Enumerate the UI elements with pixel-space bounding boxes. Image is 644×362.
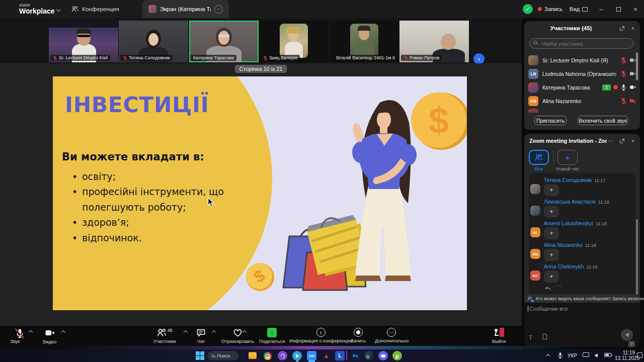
- video-tile-dmytro[interactable]: Sr. Lecturer Dmytro Kisil: [49, 21, 118, 62]
- tab-screen-share[interactable]: Экран (Катерина Тарасова) ⋯: [142, 0, 229, 18]
- avatar: AL: [530, 227, 540, 237]
- recording-indicator[interactable]: Запись: [538, 6, 562, 12]
- participants-count: 45: [168, 328, 173, 333]
- chat-input-area[interactable]: Сообщение все T 7: [524, 303, 640, 347]
- tab-more-icon[interactable]: ⋯: [214, 5, 223, 14]
- participant-row[interactable]: LN Liudmula Nahorna (Организатор): [528, 67, 636, 80]
- audio-button[interactable]: Звук: [10, 328, 20, 344]
- participant-name: Роман Петров: [410, 55, 439, 60]
- close-icon[interactable]: ×: [629, 137, 637, 145]
- chat-button[interactable]: Чат: [196, 328, 206, 344]
- tray-volume-icon[interactable]: [594, 353, 598, 357]
- chat-more-icon[interactable]: ⋯: [607, 137, 615, 145]
- close-button[interactable]: ×: [627, 0, 644, 18]
- chat-privacy-notice: Кто может видеть ваши сообщения? Запись …: [524, 295, 640, 303]
- participants-panel: Участники (45) × Sr. Lecturer Dmytro Kis…: [524, 21, 640, 130]
- invite-button[interactable]: Пригласить: [534, 116, 567, 125]
- chevron-down-icon[interactable]: [56, 8, 60, 12]
- video-options-chevron[interactable]: [61, 330, 65, 334]
- react-label: Отреагировать: [221, 339, 254, 344]
- participant-row[interactable]: AN Alina Nazarenko: [528, 94, 636, 108]
- message-input-placeholder[interactable]: Сообщение все: [528, 306, 568, 312]
- file-explorer-icon[interactable]: [248, 351, 257, 360]
- l-app-icon[interactable]: L: [335, 351, 345, 360]
- titlebar: zoom Workplace Конференция Экран (Катери…: [0, 0, 644, 18]
- chat-options-chevron[interactable]: [212, 330, 216, 334]
- participant-row[interactable]: Sr. Lecturer Dmytro Kisil (Я): [528, 53, 636, 67]
- notification-center-icon[interactable]: [637, 352, 642, 358]
- camera-off-icon: [629, 98, 636, 104]
- record-dot-icon: [538, 7, 542, 11]
- telegram-icon[interactable]: [292, 351, 302, 360]
- participants-button[interactable]: 45 Участники: [153, 328, 176, 344]
- pop-out-icon[interactable]: [618, 137, 626, 145]
- clock[interactable]: 11:19 13.11.2025: [615, 350, 635, 361]
- more-label: Дополнительно: [375, 338, 409, 343]
- new-chat-button[interactable]: +: [557, 150, 578, 165]
- security-shield-icon[interactable]: ✓: [523, 4, 533, 14]
- start-button[interactable]: [195, 351, 205, 360]
- minimize-button[interactable]: –: [593, 0, 610, 18]
- avatar: [148, 5, 156, 13]
- viber-icon[interactable]: [278, 351, 287, 360]
- chat-title: Zoom meeting invitation - Zoom Meet…: [524, 138, 607, 144]
- maximize-button[interactable]: [610, 0, 627, 18]
- tab-conference[interactable]: Конференция: [65, 0, 125, 18]
- tray-mic-icon[interactable]: [557, 352, 564, 358]
- meeting-info-button[interactable]: i Информация о конференции: [289, 328, 353, 343]
- more-button[interactable]: ⋯ Дополнительно: [375, 328, 409, 343]
- participants-scrollbar[interactable]: [636, 52, 638, 80]
- leave-label: Выйти: [492, 339, 506, 344]
- pop-out-icon[interactable]: [618, 24, 626, 32]
- close-icon[interactable]: ×: [629, 24, 637, 32]
- share-button[interactable]: ↑ Поделиться: [259, 328, 285, 344]
- slide-title: ІНВЕСТИЦІЇ: [65, 93, 209, 117]
- chat-channel-all-button[interactable]: [529, 150, 549, 165]
- video-tile-vitalii[interactable]: Віталій Василець 2401-1м 6: [330, 21, 399, 62]
- format-text-icon[interactable]: T: [529, 334, 532, 341]
- chat-bubble-icon: [196, 328, 206, 337]
- mouse-cursor: [207, 197, 215, 208]
- recording-dot-icon: [613, 85, 618, 89]
- discord-icon[interactable]: [378, 351, 388, 360]
- next-page-button[interactable]: ›: [473, 53, 485, 64]
- taskbar-divider: [346, 351, 347, 360]
- react-button[interactable]: Отреагировать: [221, 328, 254, 344]
- reply-icon[interactable]: [545, 286, 551, 292]
- tray-battery-icon[interactable]: [604, 353, 611, 357]
- mic-off-icon: [263, 56, 268, 60]
- send-button[interactable]: [621, 329, 633, 341]
- message-more-icon[interactable]: ⋯: [556, 283, 561, 289]
- language-indicator[interactable]: УКР: [568, 353, 577, 358]
- audio-label: Звук: [10, 339, 20, 344]
- search-participant-input[interactable]: [529, 38, 634, 49]
- photoshop-icon[interactable]: Ps: [351, 351, 360, 360]
- unmute-button[interactable]: Включить свой звук: [578, 116, 628, 125]
- mic-off-icon: [53, 56, 57, 60]
- video-button[interactable]: Видео: [43, 328, 56, 344]
- taskbar-search[interactable]: Поиск: [207, 351, 238, 360]
- chat-scrollbar[interactable]: [636, 219, 638, 295]
- participants-options-chevron[interactable]: [184, 330, 188, 334]
- participant-row[interactable]: Катерина Тарасова ↥: [528, 80, 636, 94]
- leave-button[interactable]: Выйти: [492, 328, 506, 344]
- zoom-app-icon[interactable]: zm: [307, 351, 316, 360]
- taskbar-search-label: Поиск: [217, 353, 230, 358]
- mic-icon: [620, 84, 627, 90]
- steam-icon[interactable]: [364, 351, 374, 360]
- record-icon: [354, 328, 363, 337]
- record-button[interactable]: Запись: [351, 328, 366, 343]
- audio-options-chevron[interactable]: [29, 330, 33, 334]
- chrome-icon[interactable]: [263, 351, 272, 360]
- attach-file-icon[interactable]: [541, 333, 548, 340]
- shared-screen-stage: Сторінка 10 із 21 $ $: [0, 63, 522, 326]
- mic-off-icon: [334, 56, 335, 60]
- acrobat-icon[interactable]: ▲: [321, 351, 331, 360]
- utorrent-icon[interactable]: µ: [392, 351, 402, 360]
- video-tile-kateryna[interactable]: Катерина Тарасова: [189, 21, 259, 62]
- video-tile-roman[interactable]: Роман Петров: [399, 21, 469, 62]
- tray-display-icon[interactable]: [583, 352, 589, 357]
- video-tile-tetiana[interactable]: Тетяна Солодовник: [119, 21, 188, 62]
- video-tile-valeriia[interactable]: Заяц Валерія: [259, 21, 329, 62]
- view-button[interactable]: Вид: [570, 6, 588, 12]
